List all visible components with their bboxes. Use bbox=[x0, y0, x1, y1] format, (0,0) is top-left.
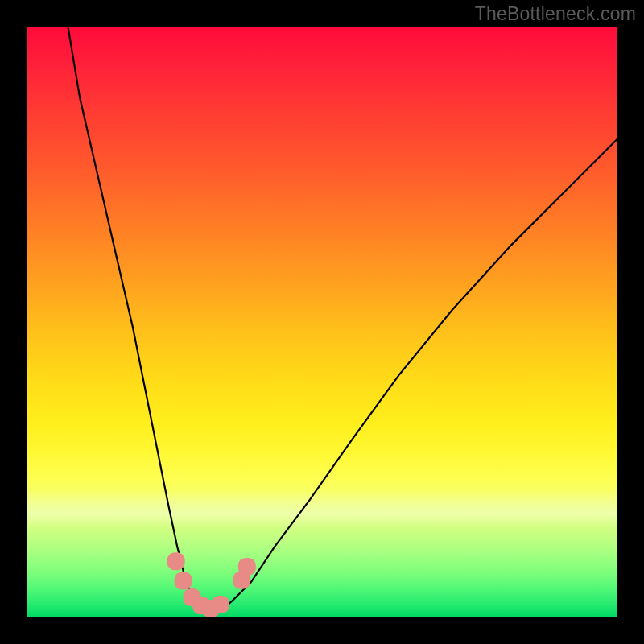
plot-area bbox=[27, 27, 617, 617]
curve-marker bbox=[238, 558, 256, 576]
curve-marker bbox=[212, 596, 229, 613]
curve-svg bbox=[27, 27, 617, 617]
chart-frame: TheBottleneck.com bbox=[0, 0, 644, 644]
bottleneck-curve bbox=[68, 27, 617, 613]
curve-marker bbox=[167, 552, 185, 570]
curve-marker bbox=[175, 572, 192, 590]
watermark-text: TheBottleneck.com bbox=[475, 3, 636, 25]
marker-group bbox=[167, 552, 256, 617]
